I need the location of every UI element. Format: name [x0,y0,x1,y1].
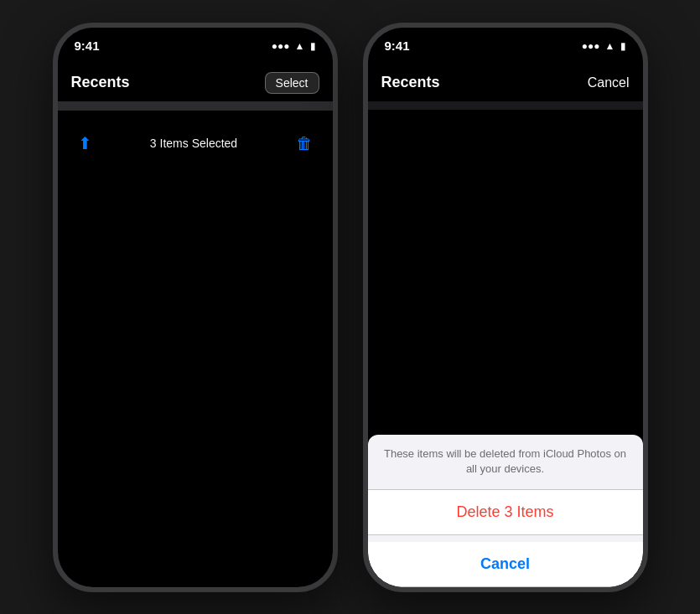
signal-icon: ●●● [582,40,600,52]
action-sheet: These items will be deleted from iCloud … [368,435,643,586]
notch-left [145,28,246,53]
bottom-toolbar-left: ⬆ 3 Items Selected 🗑 [58,110,333,177]
notch-right [455,28,556,53]
nav-bar-left: Recents Select [58,64,333,101]
action-sheet-message: These items will be deleted from iCloud … [368,435,643,489]
action-sheet-content: These items will be deleted from iCloud … [368,435,643,586]
photo-grid-left: Recents ♥ 0:07 0:07 [58,101,333,110]
wifi-icon: ▲ [295,40,305,52]
select-button[interactable]: Select [265,72,319,94]
delete-button[interactable]: Delete 3 Items [368,490,643,535]
share-button[interactable]: ⬆ [78,133,92,153]
battery-icon: ▮ [310,40,316,52]
phones-container: 9:41 ●●● ▲ ▮ Recents Select Recents [53,23,648,592]
signal-icon: ●●● [272,40,290,52]
nav-bar-right: Recents Cancel [368,64,643,101]
status-time-left: 9:41 [75,39,100,53]
trash-button[interactable]: 🗑 [296,134,313,153]
status-icons-right: ●●● ▲ ▮ [582,40,626,52]
status-icons-left: ●●● ▲ ▮ [272,40,316,52]
nav-title-right: Recents [381,74,440,91]
action-sheet-cancel-button[interactable]: Cancel [368,542,643,587]
phone-left: 9:41 ●●● ▲ ▮ Recents Select Recents [53,23,338,592]
nav-title-left: Recents [71,74,130,91]
action-sheet-separator [368,535,643,542]
status-time-right: 9:41 [385,39,410,53]
phone-right: 9:41 ●●● ▲ ▮ Recents Cancel Recents [363,23,648,592]
items-selected-label: 3 Items Selected [150,137,237,150]
wifi-icon: ▲ [605,40,615,52]
battery-icon: ▮ [620,40,626,52]
cancel-nav-button[interactable]: Cancel [588,75,630,90]
